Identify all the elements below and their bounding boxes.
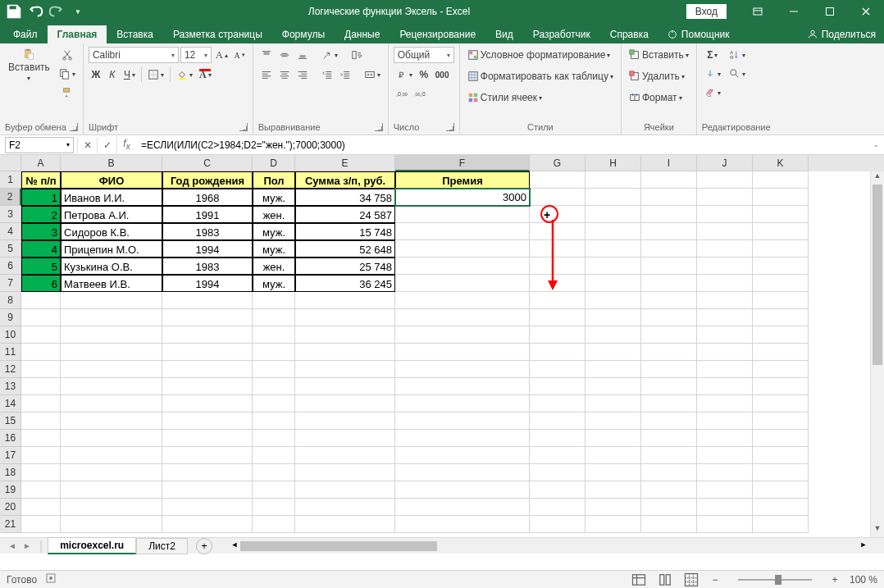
scroll-right-icon[interactable]: ► <box>858 540 869 549</box>
merge-center-icon[interactable]: ▾ <box>362 66 383 83</box>
cell[interactable] <box>697 171 753 189</box>
cell[interactable] <box>395 499 530 516</box>
cell[interactable] <box>395 447 530 464</box>
decrease-decimal-icon[interactable]: ,00,0 <box>412 86 428 103</box>
cell[interactable] <box>697 275 753 292</box>
cell[interactable] <box>586 447 641 464</box>
row-header[interactable]: 17 <box>0 447 21 464</box>
cell[interactable] <box>530 395 586 413</box>
row-header[interactable]: 18 <box>0 464 21 481</box>
cell[interactable] <box>162 481 253 499</box>
cell[interactable] <box>753 378 809 395</box>
view-normal-icon[interactable] <box>630 572 648 587</box>
cell[interactable] <box>295 481 395 499</box>
cells-format-button[interactable]: Формат▾ <box>627 89 685 106</box>
tab-help[interactable]: Справка <box>600 25 658 43</box>
cell[interactable]: 1983 <box>162 223 253 240</box>
cell[interactable] <box>586 275 641 292</box>
tab-home[interactable]: Главная <box>48 25 107 43</box>
cell[interactable]: 6 <box>21 275 61 292</box>
cells-insert-button[interactable]: Вставить▾ <box>627 47 691 63</box>
cell[interactable] <box>395 326 530 344</box>
cell[interactable] <box>586 292 641 309</box>
col-J[interactable]: J <box>697 155 753 171</box>
cell[interactable] <box>395 240 530 258</box>
cell[interactable] <box>641 240 697 258</box>
sheet-nav-next-icon[interactable]: ► <box>20 541 34 550</box>
cell[interactable] <box>697 309 753 326</box>
cell[interactable] <box>697 516 753 533</box>
cell[interactable]: 4 <box>21 240 61 258</box>
align-top-icon[interactable] <box>258 47 275 63</box>
cell[interactable] <box>753 447 809 464</box>
row-header[interactable]: 6 <box>0 258 21 275</box>
cell[interactable] <box>395 292 530 309</box>
cell[interactable] <box>61 499 162 516</box>
cell[interactable] <box>253 326 295 344</box>
formula-input[interactable]: =ЕСЛИ(ИЛИ(C2>1984;D2="жен.");7000;3000) <box>136 139 868 151</box>
cell[interactable] <box>641 309 697 326</box>
align-right-icon[interactable] <box>294 66 311 83</box>
cell[interactable] <box>395 223 530 240</box>
cell[interactable] <box>253 447 295 464</box>
scroll-up-icon[interactable]: ▲ <box>871 171 884 185</box>
cell[interactable] <box>586 481 641 499</box>
spreadsheet-grid[interactable]: A B C D E F G H I J K 1№ п/пФИОГод рожде… <box>0 155 884 537</box>
col-F[interactable]: F <box>395 155 530 171</box>
cell[interactable] <box>253 516 295 533</box>
format-as-table-button[interactable]: Форматировать как таблицу▾ <box>465 68 616 84</box>
col-H[interactable]: H <box>586 155 641 171</box>
cell[interactable] <box>21 292 61 309</box>
fill-color-icon[interactable]: ▾ <box>174 66 195 83</box>
cell[interactable] <box>395 395 530 413</box>
cell[interactable]: Иванов И.И. <box>61 189 162 206</box>
cell[interactable] <box>641 171 697 189</box>
cell[interactable] <box>530 344 586 361</box>
tell-me[interactable]: Помощник <box>658 25 738 43</box>
cell[interactable] <box>395 344 530 361</box>
cell[interactable] <box>395 378 530 395</box>
row-header[interactable]: 15 <box>0 413 21 430</box>
cell[interactable] <box>395 361 530 378</box>
cell[interactable] <box>586 206 641 223</box>
cancel-formula-icon[interactable]: ✕ <box>77 137 97 153</box>
view-page-layout-icon[interactable] <box>656 572 674 587</box>
cell[interactable] <box>395 275 530 292</box>
cell[interactable]: 52 648 <box>295 240 395 258</box>
cell[interactable] <box>21 395 61 413</box>
cell[interactable] <box>162 430 253 447</box>
cell[interactable] <box>697 430 753 447</box>
cell[interactable] <box>61 516 162 533</box>
cell[interactable] <box>295 413 395 430</box>
view-page-break-icon[interactable] <box>682 572 700 587</box>
cell[interactable] <box>162 499 253 516</box>
cell[interactable] <box>697 292 753 309</box>
cell[interactable]: Матвеев И.В. <box>61 275 162 292</box>
cell[interactable]: 1968 <box>162 189 253 206</box>
cell[interactable]: Петрова А.И. <box>61 206 162 223</box>
cell[interactable] <box>395 516 530 533</box>
cell[interactable] <box>697 447 753 464</box>
row-header[interactable]: 1 <box>0 171 21 189</box>
cell[interactable] <box>697 378 753 395</box>
tab-data[interactable]: Данные <box>335 25 390 43</box>
cell[interactable] <box>697 258 753 275</box>
cell[interactable] <box>641 430 697 447</box>
cell[interactable] <box>530 447 586 464</box>
cell[interactable] <box>162 292 253 309</box>
cell[interactable] <box>253 395 295 413</box>
cell[interactable] <box>753 464 809 481</box>
decrease-indent-icon[interactable] <box>319 66 335 83</box>
cell[interactable] <box>586 499 641 516</box>
share-button[interactable]: Поделиться <box>799 25 884 43</box>
align-left-icon[interactable] <box>258 66 275 83</box>
tab-layout[interactable]: Разметка страницы <box>163 25 272 43</box>
cell[interactable] <box>697 326 753 344</box>
cell[interactable] <box>61 464 162 481</box>
cell[interactable]: 34 758 <box>295 189 395 206</box>
cell[interactable] <box>641 361 697 378</box>
cell[interactable] <box>530 189 586 206</box>
cell[interactable] <box>61 292 162 309</box>
font-launcher-icon[interactable] <box>239 123 248 131</box>
cell[interactable]: жен. <box>253 258 295 275</box>
